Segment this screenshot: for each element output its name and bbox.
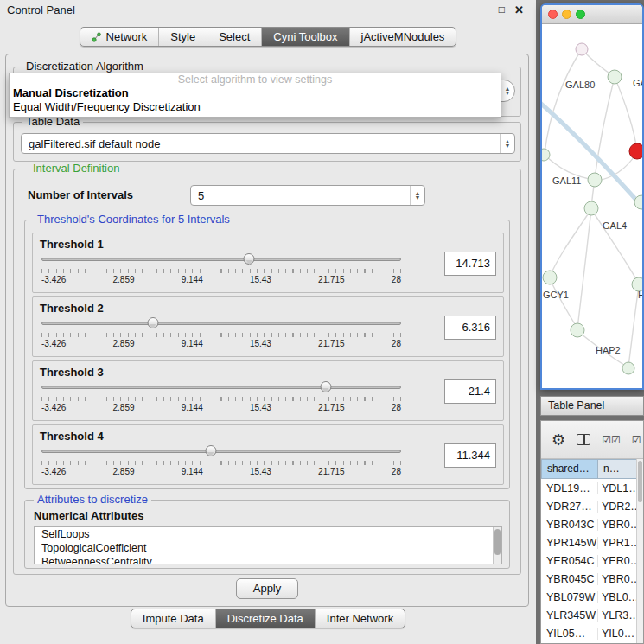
table-cell[interactable]: YBR043C bbox=[541, 519, 598, 531]
threshold-slider[interactable]: -3.4262.8599.14415.4321.71528 bbox=[41, 317, 401, 348]
network-node[interactable] bbox=[543, 271, 557, 284]
table-data-value: galFiltered.sif default node bbox=[29, 137, 160, 150]
table-cell[interactable]: YIL05… bbox=[541, 628, 598, 640]
network-node[interactable] bbox=[542, 149, 550, 161]
table-row[interactable]: YDR27…YDR2… bbox=[541, 497, 643, 515]
dropdown-option-equal-width[interactable]: Equal Width/Frequency Discretization bbox=[10, 100, 501, 114]
tab-jactivemnodules[interactable]: jActiveMNodules bbox=[349, 28, 456, 46]
threshold-value-field[interactable]: 14.713 bbox=[444, 252, 496, 276]
tick-label: 15.43 bbox=[250, 339, 271, 348]
tab-style[interactable]: Style bbox=[158, 28, 207, 46]
threshold-slider[interactable]: -3.4262.8599.14415.4321.71528 bbox=[41, 381, 401, 412]
table-row[interactable]: YBR045CYBR0… bbox=[541, 570, 643, 588]
slider-track[interactable] bbox=[41, 322, 401, 325]
select-all-checkbox-icon[interactable]: ☑☑ bbox=[602, 434, 621, 446]
table-row[interactable]: YBR043CYBR0… bbox=[541, 515, 643, 533]
scrollbar-thumb[interactable] bbox=[494, 529, 501, 555]
selected-red-node[interactable] bbox=[629, 143, 642, 159]
node-label: GAL4 bbox=[603, 220, 627, 231]
network-node[interactable] bbox=[576, 43, 588, 55]
list-item[interactable]: BetweennessCentrality bbox=[35, 555, 501, 564]
threshold-value-field[interactable]: 6.316 bbox=[444, 316, 496, 340]
columns-icon[interactable] bbox=[577, 434, 590, 445]
float-window-icon[interactable]: □ bbox=[499, 3, 505, 16]
network-node[interactable] bbox=[608, 70, 622, 84]
attributes-group: Attributes to discretize Numerical Attri… bbox=[24, 500, 510, 569]
network-node[interactable] bbox=[571, 323, 584, 337]
threshold-slider[interactable]: -3.4262.8599.14415.4321.71528 bbox=[41, 253, 401, 284]
table-row[interactable]: YDL19…YDL1… bbox=[541, 479, 643, 497]
slider-thumb[interactable] bbox=[320, 381, 331, 392]
tick-label: 15.43 bbox=[250, 275, 271, 284]
tick-label: 15.43 bbox=[250, 403, 271, 412]
network-node[interactable] bbox=[584, 201, 598, 215]
zoom-traffic-light-icon[interactable] bbox=[576, 10, 585, 19]
tab-network[interactable]: Network bbox=[80, 28, 159, 46]
table-row[interactable]: YER054CYER0… bbox=[541, 552, 643, 570]
threshold-panel: Threshold 4 -3.4262.8599.14415.4321.7152… bbox=[32, 424, 504, 485]
column-header-shared-name[interactable]: shared… bbox=[541, 459, 598, 479]
tick-label: 21.715 bbox=[318, 467, 345, 476]
table-cell[interactable]: YDR27… bbox=[541, 501, 598, 513]
table-panel-titlebar: Table Panel bbox=[540, 396, 644, 416]
close-traffic-light-icon[interactable] bbox=[548, 10, 558, 19]
tab-cyni-toolbox[interactable]: Cyni Toolbox bbox=[261, 28, 348, 46]
threshold-label: Threshold 1 bbox=[40, 238, 104, 251]
table-cell[interactable]: YBL079W bbox=[541, 591, 598, 603]
table-data-combobox[interactable]: galFiltered.sif default node ▲▼ bbox=[21, 133, 515, 154]
combo-stepper-icon[interactable]: ▲▼ bbox=[500, 80, 514, 101]
combo-stepper-icon[interactable]: ▲▼ bbox=[500, 134, 514, 153]
dropdown-option-manual[interactable]: Manual Discretization bbox=[10, 86, 501, 100]
combo-stepper-icon[interactable]: ▲▼ bbox=[410, 186, 424, 205]
slider-thumb[interactable] bbox=[147, 317, 158, 328]
tab-infer-network[interactable]: Infer Network bbox=[315, 609, 405, 628]
slider-track[interactable] bbox=[41, 450, 401, 453]
tab-label: Cyni Toolbox bbox=[273, 30, 337, 43]
tab-impute-data[interactable]: Impute Data bbox=[131, 609, 215, 628]
network-node[interactable] bbox=[588, 173, 602, 187]
table-cell[interactable]: YER054C bbox=[541, 555, 598, 567]
table-row[interactable]: YLR345WYLR3… bbox=[541, 606, 643, 624]
network-canvas[interactable]: GAL80 GAL11 GAL4 GCY1 HAP2 GA H bbox=[542, 24, 642, 390]
tab-label: Style bbox=[170, 30, 195, 43]
slider-thumb[interactable] bbox=[244, 253, 255, 265]
tab-select[interactable]: Select bbox=[207, 28, 261, 46]
table-cell[interactable]: YDL19… bbox=[541, 482, 598, 494]
table-scrollbar[interactable] bbox=[636, 459, 643, 643]
threshold-slider[interactable]: -3.4262.8599.14415.4321.71528 bbox=[41, 445, 401, 476]
table-cell[interactable]: YLR345W bbox=[541, 609, 598, 622]
tab-discretize-data[interactable]: Discretize Data bbox=[215, 609, 315, 628]
list-scrollbar[interactable] bbox=[493, 527, 501, 564]
numerical-attributes-list[interactable]: SelfLoopsTopologicalCoefficientBetweenne… bbox=[34, 526, 502, 564]
node-label: GAL11 bbox=[552, 175, 581, 186]
tick-label: 15.43 bbox=[250, 467, 271, 476]
tick-label: 2.859 bbox=[113, 275, 135, 284]
tick-label: 21.715 bbox=[318, 339, 345, 348]
scrollbar-thumb[interactable] bbox=[638, 461, 642, 502]
tab-label: Infer Network bbox=[327, 612, 393, 625]
close-icon[interactable]: ✕ bbox=[514, 3, 524, 16]
checkbox-icon[interactable]: ☑ bbox=[632, 434, 641, 446]
table-row[interactable]: YIL05…YIL0… bbox=[541, 624, 643, 642]
tick-label: 21.715 bbox=[318, 275, 345, 284]
table-cell[interactable]: YPR145W bbox=[541, 537, 598, 549]
table-row[interactable]: YBL079WYBL0… bbox=[541, 588, 643, 606]
slider-track[interactable] bbox=[41, 386, 401, 389]
slider-thumb[interactable] bbox=[205, 445, 216, 456]
list-item[interactable]: SelfLoops bbox=[35, 527, 501, 541]
table-cell[interactable]: YBR045C bbox=[541, 573, 598, 585]
number-of-intervals-combobox[interactable]: 5 ▲▼ bbox=[190, 185, 425, 206]
slider-tick-labels: -3.4262.8599.14415.4321.71528 bbox=[41, 403, 401, 412]
threshold-label: Threshold 4 bbox=[40, 430, 104, 443]
list-item[interactable]: TopologicalCoefficient bbox=[35, 541, 501, 555]
gear-icon[interactable]: ⚙ bbox=[552, 430, 565, 450]
network-node[interactable] bbox=[622, 362, 634, 374]
slider-track[interactable] bbox=[41, 258, 401, 261]
panel-title: Control Panel bbox=[7, 3, 75, 16]
threshold-value-field[interactable]: 11.344 bbox=[444, 443, 496, 468]
minimize-traffic-light-icon[interactable] bbox=[562, 10, 571, 19]
tick-label: 2.859 bbox=[113, 403, 135, 412]
threshold-value-field[interactable]: 21.4 bbox=[444, 379, 496, 404]
table-row[interactable]: YPR145WYPR1… bbox=[541, 533, 643, 552]
apply-button[interactable]: Apply bbox=[236, 578, 298, 599]
